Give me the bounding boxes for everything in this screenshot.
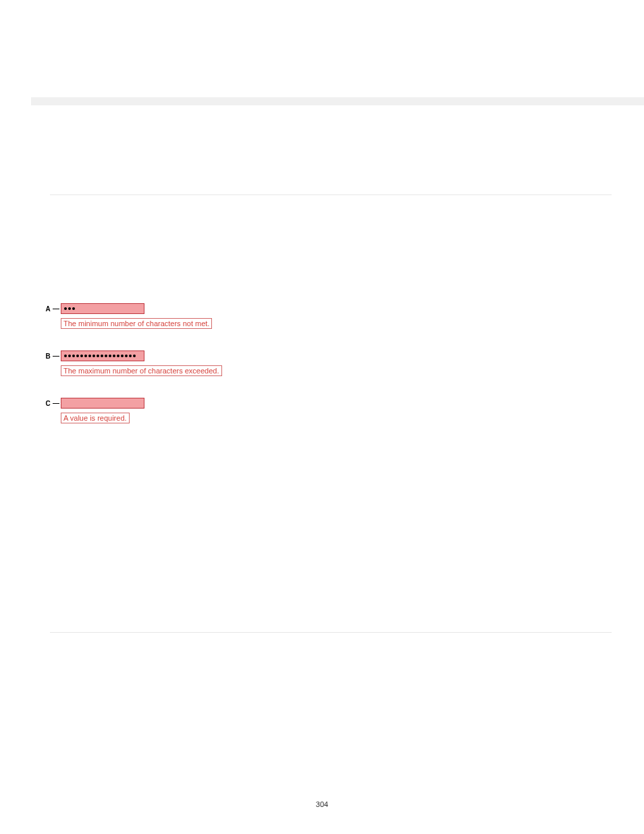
header-gray-bar (31, 97, 644, 105)
password-input-invalid-max[interactable] (61, 350, 144, 361)
error-message: A value is required. (61, 413, 130, 423)
validation-examples: A The minimum number of characters not m… (45, 303, 222, 445)
field-line: A (45, 303, 222, 314)
example-row-a: A The minimum number of characters not m… (45, 303, 222, 329)
callout-dash-icon (53, 403, 59, 404)
page-number: 304 (0, 800, 644, 808)
error-message: The maximum number of characters exceede… (61, 365, 222, 376)
password-input-invalid-min[interactable] (61, 303, 144, 314)
password-mask-dots (63, 307, 75, 310)
example-row-c: C A value is required. (45, 398, 222, 423)
example-row-b: B The maximum number of characters excee… (45, 350, 222, 376)
password-input-required[interactable] (61, 398, 144, 409)
password-mask-dots (63, 355, 136, 357)
callout-marker: A (45, 305, 51, 313)
divider-top (50, 194, 612, 195)
error-message: The minimum number of characters not met… (61, 318, 212, 329)
callout-dash-icon (53, 356, 59, 357)
callout-marker: B (45, 353, 51, 360)
callout-dash-icon (53, 309, 59, 309)
divider-bottom (50, 632, 612, 633)
field-line: C (45, 398, 222, 409)
callout-marker: C (45, 400, 51, 407)
field-line: B (45, 350, 222, 361)
